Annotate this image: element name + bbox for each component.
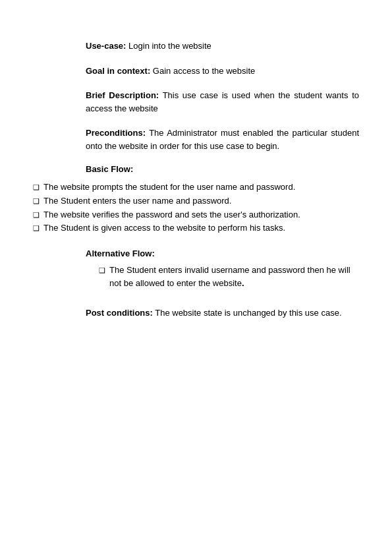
usecase-value: Login into the website [128, 41, 211, 51]
alternative-flow-label: Alternative Flow: [86, 248, 155, 258]
preconditions-label: Preconditions: [86, 128, 146, 138]
page: Use-case: Login into the website Goal in… [0, 0, 392, 555]
basic-flow-list: The website prompts the student for the … [33, 181, 359, 235]
list-item: The Student enters invalid username and … [99, 264, 359, 289]
list-item: The Student enters the user name and pas… [33, 194, 359, 208]
list-item: The website prompts the student for the … [33, 181, 359, 194]
post-conditions-label: Post conditions: [86, 308, 153, 318]
alt-flow-item-0: The Student enters invalid username and … [109, 265, 350, 288]
goal-label: Goal in context: [86, 66, 150, 76]
brief-description-row: Brief Description: This use case is used… [33, 89, 359, 115]
post-conditions-row: Post conditions: The website state is un… [33, 308, 359, 318]
preconditions-row: Preconditions: The Administrator must en… [33, 127, 359, 152]
alternative-flow-header: Alternative Flow: [86, 248, 359, 258]
brief-description-label: Brief Description: [86, 90, 159, 100]
post-conditions-value: The website state is unchanged by this u… [155, 308, 341, 318]
alternative-flow-section: Alternative Flow: The Student enters inv… [33, 248, 359, 289]
list-item: The Student is given access to the websi… [33, 221, 359, 235]
usecase-label: Use-case: [86, 41, 126, 51]
list-item: The website verifies the password and se… [33, 208, 359, 222]
basic-flow-header: Basic Flow: [33, 164, 359, 174]
alternative-flow-list: The Student enters invalid username and … [86, 264, 359, 289]
goal-row: Goal in context: Gain access to the webs… [33, 65, 359, 78]
basic-flow-label: Basic Flow: [86, 164, 133, 174]
goal-value: Gain access to the website [153, 66, 255, 76]
usecase-row: Use-case: Login into the website [33, 40, 359, 53]
